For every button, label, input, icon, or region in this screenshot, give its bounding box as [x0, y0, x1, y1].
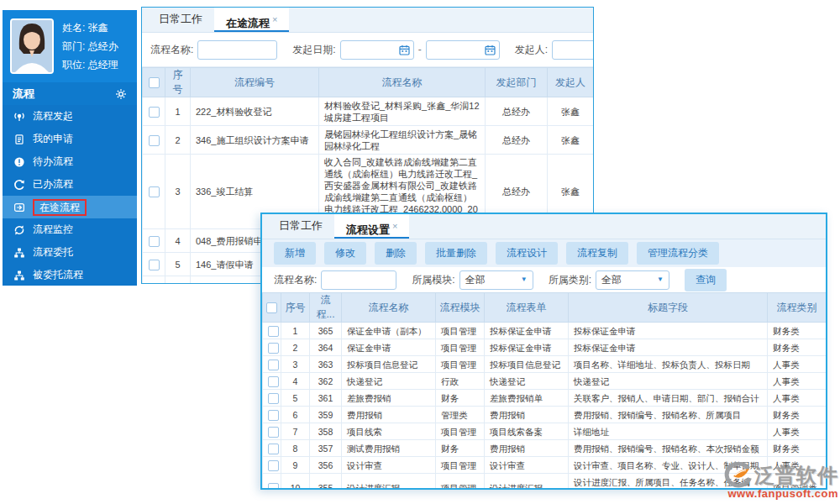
- row-checkbox[interactable]: [149, 135, 160, 146]
- sidebar-item-process-initiate[interactable]: 流程发起: [3, 105, 137, 128]
- sidebar-item-my-applications[interactable]: 我的申请: [3, 128, 137, 150]
- row-checkbox[interactable]: [268, 460, 279, 471]
- sidebar-item-label: 流程监控: [33, 223, 73, 237]
- sidebar-item-label: 被委托流程: [33, 268, 83, 282]
- delete-button[interactable]: 删除: [375, 242, 417, 265]
- process-name-input[interactable]: [321, 270, 396, 290]
- col-header[interactable]: 发起人: [548, 68, 594, 97]
- manage-category-button[interactable]: 管理流程分类: [637, 242, 719, 265]
- process-design-button[interactable]: 流程设计: [496, 242, 558, 265]
- process-name-input[interactable]: [197, 40, 277, 60]
- row-checkbox[interactable]: [268, 376, 279, 387]
- table-row[interactable]: 10 355 设计进度汇报 项目管理 设计进度汇报 设计进度汇报、所属项目、任务…: [263, 474, 827, 491]
- table-row[interactable]: 2 346_施工组织设计方案申请 晟铭园林绿化工程组织设计方案_晟铭园林绿化工程…: [143, 126, 594, 155]
- row-checkbox[interactable]: [268, 444, 279, 454]
- select-all-checkbox[interactable]: [266, 302, 277, 313]
- col-header[interactable]: 流程...: [310, 293, 342, 323]
- table-row[interactable]: 8 357 测试费用报销 财务 费用报销 费用报销、报销编号、报销名称、本次报销…: [263, 440, 827, 457]
- row-checkbox[interactable]: [268, 410, 279, 421]
- add-button[interactable]: 新增: [274, 242, 316, 265]
- col-header[interactable]: 序号: [281, 293, 310, 323]
- window-process-settings: 日常工作 流程设置× 新增 修改 删除 批量删除 流程设计 流程复制 管理流程分…: [260, 213, 827, 490]
- module-label: 所属模块:: [412, 273, 454, 287]
- user-panel: 姓名: 张鑫 部门: 总经办 职位: 总经理: [3, 10, 137, 82]
- row-checkbox[interactable]: [149, 283, 160, 284]
- orgchart-icon: [13, 270, 25, 281]
- table-row[interactable]: 6 359 费用报销 管理类 费用报销 费用报销、报销编号、报销名称、所属项目 …: [263, 407, 827, 423]
- row-checkbox[interactable]: [149, 107, 160, 118]
- col-header[interactable]: 发起部门: [486, 68, 548, 97]
- table-row[interactable]: 4 362 快递登记 行政 快递登记 快递登记 人事类: [263, 373, 827, 390]
- row-checkbox[interactable]: [268, 326, 279, 337]
- col-header[interactable]: 流程类别: [768, 293, 827, 323]
- process-settings-table: 序号 流程... 流程名称 流程模块 流程表单 标题字段 流程类别 1 365 …: [262, 292, 827, 490]
- batch-delete-button[interactable]: 批量删除: [425, 242, 487, 265]
- broadcast-icon: [13, 111, 25, 123]
- back-tabbar: 日常工作 在途流程×: [142, 8, 593, 33]
- row-checkbox[interactable]: [268, 360, 279, 370]
- table-header-row: 序号 流程编号 流程名称 发起部门 发起人: [143, 68, 594, 97]
- table-row[interactable]: 1 365 保证金申请（副本） 项目管理 投标保证金申请 投标保证金申请 财务类: [263, 323, 827, 339]
- row-checkbox[interactable]: [268, 427, 279, 438]
- edit-button[interactable]: 修改: [324, 242, 366, 265]
- category-select[interactable]: 全部 ▼: [596, 270, 669, 290]
- initiator-input[interactable]: [552, 40, 594, 60]
- gear-icon[interactable]: [115, 88, 127, 100]
- date-to-field: [426, 40, 500, 60]
- sidebar-item-pending-processes[interactable]: 待办流程: [3, 150, 137, 173]
- col-header[interactable]: 序号: [165, 68, 191, 97]
- tab-daily-work[interactable]: 日常工作: [267, 214, 334, 239]
- sidebar-item-completed-processes[interactable]: 已办流程: [3, 173, 137, 196]
- table-row[interactable]: 9 356 设计审查 项目管理 设计审查 设计审查、项目名称、专业、设计人、制单…: [263, 457, 827, 474]
- module-select[interactable]: 全部 ▼: [459, 270, 533, 290]
- sidebar-item-process-delegation[interactable]: 流程委托: [3, 241, 137, 264]
- select-all-checkbox[interactable]: [149, 77, 160, 88]
- chevron-down-icon: ▼: [657, 276, 664, 283]
- exclamation-icon: [13, 156, 25, 168]
- sidebar-menu: 流程发起 我的申请 待办流程 已办流程: [3, 105, 137, 286]
- row-checkbox[interactable]: [149, 260, 160, 270]
- tab-label: 在途流程: [226, 17, 270, 29]
- col-header[interactable]: 流程模块: [436, 293, 485, 323]
- tab-process-settings[interactable]: 流程设置×: [334, 214, 409, 239]
- date-from-input[interactable]: [340, 40, 414, 60]
- row-checkbox[interactable]: [268, 393, 279, 404]
- date-separator: -: [418, 44, 422, 55]
- tab-daily-work[interactable]: 日常工作: [147, 8, 214, 32]
- row-checkbox[interactable]: [268, 483, 279, 490]
- section-title: 流程: [13, 87, 34, 102]
- row-checkbox[interactable]: [149, 236, 160, 247]
- col-header[interactable]: 流程名称: [342, 293, 436, 323]
- row-checkbox[interactable]: [268, 343, 279, 354]
- query-button[interactable]: 查询: [685, 269, 727, 291]
- date-to-input[interactable]: [426, 40, 500, 60]
- table-row[interactable]: 7 358 项目线索 项目管理 项目线索备案 详细地址 人事类: [263, 423, 827, 440]
- col-header[interactable]: 流程编号: [191, 68, 319, 97]
- sidebar-item-delegated-processes[interactable]: 被委托流程: [3, 264, 137, 286]
- close-icon[interactable]: ×: [272, 14, 277, 24]
- table-row[interactable]: 5 361 差旅费报销 财务 差旅费报销单 关联客户、报销人、申请日期、部门、报…: [263, 390, 827, 407]
- process-copy-button[interactable]: 流程复制: [566, 242, 628, 265]
- toolbar: 新增 修改 删除 批量删除 流程设计 流程复制 管理流程分类: [262, 239, 826, 267]
- table-header-row: 序号 流程... 流程名称 流程模块 流程表单 标题字段 流程类别: [263, 293, 827, 323]
- category-label: 所属类别:: [549, 273, 591, 287]
- col-header[interactable]: 流程名称: [319, 68, 486, 97]
- initiator-label: 发起人:: [515, 43, 548, 57]
- table-row[interactable]: 1 222_材料验收登记 材料验收登记_材料采购_张鑫_华润12城房建工程项目 …: [143, 97, 594, 126]
- table-row[interactable]: 3 363 投标项目信息登记 项目管理 投标项目信息登记 项目名称、详细地址、投…: [263, 356, 827, 373]
- close-icon[interactable]: ×: [392, 221, 397, 231]
- process-name-label: 流程名称:: [150, 43, 193, 57]
- table-row[interactable]: 2 364 保证金申请 项目管理 投标保证金申请 投标保证金申请 财务类: [263, 339, 827, 356]
- row-checkbox[interactable]: [149, 186, 160, 197]
- transit-badge-icon: [13, 202, 25, 213]
- sidebar-item-process-monitor[interactable]: 流程监控: [3, 218, 137, 241]
- back-filter-bar: 流程名称: 发起日期: - 发起人:: [142, 33, 593, 67]
- category-select-value: 全部: [601, 273, 622, 287]
- col-header[interactable]: 流程表单: [485, 293, 569, 323]
- col-header[interactable]: 标题字段: [569, 293, 768, 323]
- front-filter-bar: 流程名称: 所属模块: 全部 ▼ 所属类别: 全部 ▼ 查询: [262, 267, 826, 292]
- redo-arrow-icon: [13, 179, 25, 191]
- tab-in-transit[interactable]: 在途流程×: [214, 8, 289, 32]
- sidebar-item-in-transit-processes[interactable]: 在途流程: [3, 196, 137, 218]
- sidebar-item-label: 流程委托: [33, 245, 73, 260]
